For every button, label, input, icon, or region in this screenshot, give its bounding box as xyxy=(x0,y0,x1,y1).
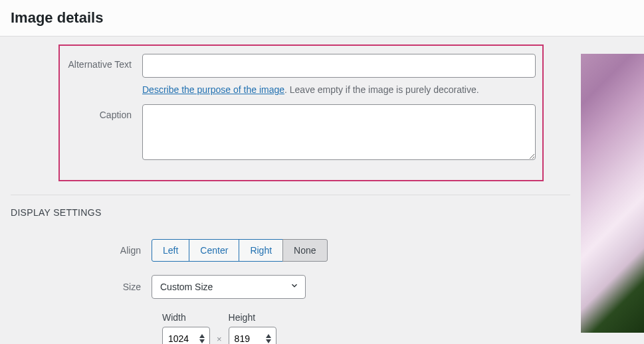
width-label: Width xyxy=(162,312,210,323)
svg-marker-1 xyxy=(199,339,205,343)
alt-text-input[interactable] xyxy=(142,54,536,78)
display-settings-heading: DISPLAY SETTINGS xyxy=(11,207,570,218)
size-label: Size xyxy=(11,282,152,292)
svg-marker-2 xyxy=(266,334,271,338)
size-select[interactable]: Custom Size xyxy=(152,275,306,299)
height-col: Height xyxy=(229,312,276,344)
align-center-button[interactable]: Center xyxy=(189,239,239,262)
divider xyxy=(11,195,570,195)
form-column: Alternative Text Describe the purpose of… xyxy=(0,37,581,344)
align-button-group: Left Center Right None xyxy=(152,239,328,262)
page-title: Image details xyxy=(11,9,633,27)
size-select-value: Custom Size xyxy=(152,275,306,299)
align-label: Align xyxy=(11,245,152,256)
alt-help-rest: . Leave empty if the image is purely dec… xyxy=(284,84,479,95)
multiply-symbol: × xyxy=(217,334,222,344)
accessibility-highlight: Alternative Text Describe the purpose of… xyxy=(58,44,544,181)
caption-row: Caption xyxy=(64,104,536,163)
caption-label: Caption xyxy=(64,104,142,120)
modal-header: Image details xyxy=(0,0,644,37)
alt-text-row: Alternative Text Describe the purpose of… xyxy=(64,54,536,95)
svg-marker-0 xyxy=(199,334,205,338)
align-row: Align Left Center Right None xyxy=(11,239,570,262)
size-row: Size Custom Size xyxy=(11,275,570,299)
align-right-button[interactable]: Right xyxy=(239,239,283,262)
alt-text-label: Alternative Text xyxy=(64,54,142,70)
preview-column xyxy=(581,37,644,344)
caption-input[interactable] xyxy=(142,104,536,160)
alt-text-help: Describe the purpose of the image. Leave… xyxy=(142,84,536,95)
stepper-icon[interactable] xyxy=(265,333,274,344)
width-col: Width xyxy=(162,312,210,344)
height-label: Height xyxy=(229,312,276,323)
svg-marker-3 xyxy=(266,339,271,343)
describe-link[interactable]: Describe the purpose of the image xyxy=(142,84,284,95)
dimensions-row: Width × Height xyxy=(11,312,570,344)
content: Alternative Text Describe the purpose of… xyxy=(0,37,644,344)
stepper-icon[interactable] xyxy=(198,333,207,344)
align-none-button[interactable]: None xyxy=(282,239,327,262)
image-preview xyxy=(581,54,644,333)
align-left-button[interactable]: Left xyxy=(152,239,189,262)
alt-text-controls: Describe the purpose of the image. Leave… xyxy=(142,54,536,95)
caption-controls xyxy=(142,104,536,163)
